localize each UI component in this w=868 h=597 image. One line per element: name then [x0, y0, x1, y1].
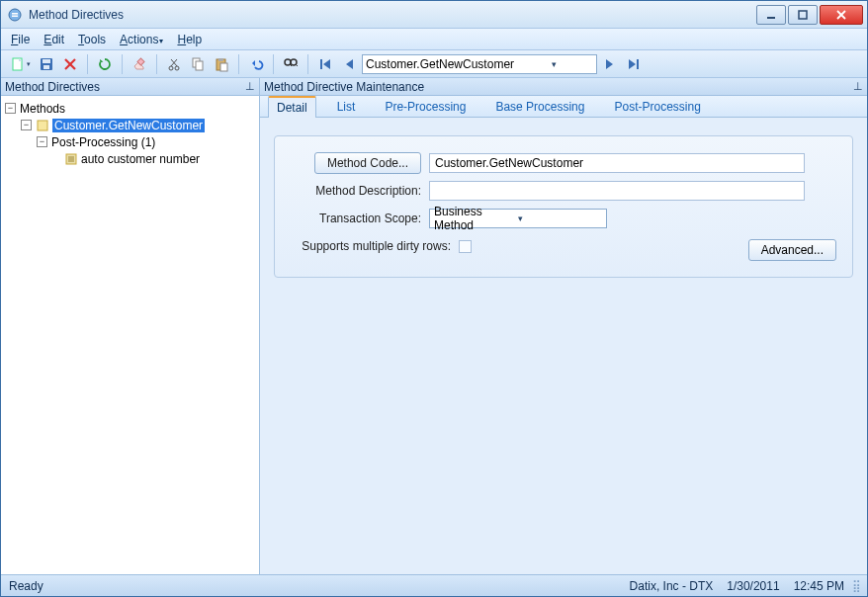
- menu-actions[interactable]: Actions▾: [120, 33, 163, 46]
- cut-button[interactable]: [163, 53, 185, 75]
- window-title: Method Directives: [29, 8, 756, 22]
- toolbar-separator: [238, 54, 239, 74]
- tab-pre-processing[interactable]: Pre-Processing: [376, 96, 475, 117]
- toolbar-separator: [307, 54, 308, 74]
- toolbar-separator: [87, 54, 88, 74]
- main-panel-title: Method Directive Maintenance: [264, 80, 424, 94]
- pin-icon[interactable]: ⊥: [853, 80, 863, 93]
- tree-method-node[interactable]: − Customer.GetNewCustomer: [3, 117, 257, 133]
- svg-rect-29: [38, 121, 47, 130]
- tree-root-label: Methods: [20, 102, 65, 116]
- detail-form: Method Code... Method Description: Trans…: [274, 135, 853, 278]
- svg-line-26: [296, 64, 298, 66]
- row-transaction-scope: Transaction Scope: Business Method ▾: [291, 208, 836, 229]
- svg-rect-22: [220, 63, 227, 71]
- advanced-button[interactable]: Advanced...: [748, 239, 836, 261]
- status-company: Datix, Inc - DTX: [630, 579, 714, 593]
- nav-combo[interactable]: Customer.GetNewCustomer ▾: [362, 54, 597, 74]
- svg-rect-3: [767, 17, 775, 19]
- toolbar: ▾ Customer.GetNewCustomer ▾: [1, 50, 867, 78]
- svg-rect-2: [12, 15, 18, 17]
- menubar: File Edit Tools Actions▾ Help: [1, 29, 867, 50]
- menu-file[interactable]: File: [11, 33, 30, 46]
- tab-list[interactable]: List: [328, 96, 365, 117]
- transaction-scope-select[interactable]: Business Method ▾: [429, 209, 607, 228]
- app-icon: [7, 7, 23, 23]
- form-area: Method Code... Method Description: Trans…: [260, 118, 867, 296]
- main-panel-header: Method Directive Maintenance ⊥: [260, 78, 867, 96]
- tab-post-processing[interactable]: Post-Processing: [605, 96, 709, 117]
- tree-method-label: Customer.GetNewCustomer: [52, 119, 205, 132]
- tree-panel-title: Method Directives: [5, 80, 100, 94]
- window-buttons: [756, 5, 863, 25]
- method-code-input[interactable]: [429, 153, 805, 173]
- method-description-input[interactable]: [429, 181, 805, 201]
- svg-rect-27: [320, 59, 322, 69]
- toolbar-separator: [273, 54, 274, 74]
- svg-rect-1: [12, 13, 18, 15]
- row-method-description: Method Description:: [291, 180, 836, 202]
- method-description-label: Method Description:: [291, 184, 429, 198]
- copy-button[interactable]: [187, 53, 209, 75]
- chevron-down-icon: ▾: [27, 60, 31, 68]
- tree-directive-label: auto customer number: [81, 152, 200, 166]
- chevron-down-icon[interactable]: ▾: [514, 59, 593, 69]
- close-button[interactable]: [820, 5, 863, 25]
- toolbar-separator: [156, 54, 157, 74]
- body: Method Directives ⊥ − Methods − Customer…: [1, 78, 867, 574]
- tree-directive-node[interactable]: auto customer number: [3, 150, 257, 167]
- resize-grip-icon[interactable]: ⣿: [852, 579, 859, 593]
- find-button[interactable]: [280, 53, 302, 75]
- menu-edit[interactable]: Edit: [43, 33, 64, 46]
- transaction-scope-label: Transaction Scope:: [291, 212, 429, 225]
- main-panel: Method Directive Maintenance ⊥ Detail Li…: [260, 78, 867, 574]
- nav-prev-button[interactable]: [338, 53, 360, 75]
- tabbar: Detail List Pre-Processing Base Processi…: [260, 96, 867, 118]
- clear-button[interactable]: [129, 53, 150, 75]
- new-button[interactable]: ▾: [7, 53, 34, 75]
- svg-rect-21: [218, 58, 223, 61]
- menu-help[interactable]: Help: [177, 33, 202, 46]
- pin-icon[interactable]: ⊥: [245, 80, 255, 93]
- svg-point-0: [9, 9, 21, 21]
- svg-rect-4: [799, 11, 807, 19]
- toolbar-separator: [122, 54, 123, 74]
- collapse-icon[interactable]: −: [21, 120, 32, 130]
- maximize-button[interactable]: [788, 5, 818, 25]
- directive-icon: [64, 152, 78, 166]
- undo-button[interactable]: [245, 53, 267, 75]
- tree-root[interactable]: − Methods: [3, 100, 257, 117]
- app-window: Method Directives File Edit Tools Action…: [0, 0, 868, 597]
- chevron-down-icon[interactable]: ▾: [518, 213, 602, 223]
- svg-point-15: [175, 66, 179, 70]
- delete-button[interactable]: [59, 53, 81, 75]
- dirty-rows-checkbox[interactable]: [459, 240, 472, 253]
- minimize-button[interactable]: [756, 5, 786, 25]
- tree-group-node[interactable]: − Post-Processing (1): [3, 133, 257, 150]
- refresh-button[interactable]: [94, 53, 116, 75]
- tree-panel-header: Method Directives ⊥: [1, 78, 259, 96]
- collapse-icon[interactable]: −: [37, 136, 47, 147]
- nav-next-button[interactable]: [599, 53, 621, 75]
- titlebar: Method Directives: [1, 1, 867, 29]
- method-code-button[interactable]: Method Code...: [314, 152, 421, 174]
- statusbar: Ready Datix, Inc - DTX 1/30/2011 12:45 P…: [1, 574, 867, 596]
- save-button[interactable]: [36, 53, 57, 75]
- menu-tools[interactable]: Tools: [78, 33, 106, 46]
- tab-detail[interactable]: Detail: [268, 96, 316, 118]
- tree[interactable]: − Methods − Customer.GetNewCustomer − Po…: [1, 96, 259, 574]
- svg-rect-19: [196, 61, 203, 70]
- paste-button[interactable]: [211, 53, 232, 75]
- svg-point-14: [169, 66, 173, 70]
- transaction-scope-value: Business Method: [434, 205, 518, 232]
- tab-base-processing[interactable]: Base Processing: [486, 96, 593, 117]
- status-ready: Ready: [9, 579, 616, 593]
- svg-rect-28: [637, 59, 639, 69]
- nav-first-button[interactable]: [314, 53, 336, 75]
- collapse-icon[interactable]: −: [5, 103, 16, 114]
- nav-last-button[interactable]: [623, 53, 645, 75]
- svg-rect-9: [43, 59, 50, 63]
- dirty-rows-label: Supports multiple dirty rows:: [291, 239, 459, 253]
- status-time: 12:45 PM: [794, 579, 844, 593]
- method-code-button-cell: Method Code...: [291, 152, 429, 174]
